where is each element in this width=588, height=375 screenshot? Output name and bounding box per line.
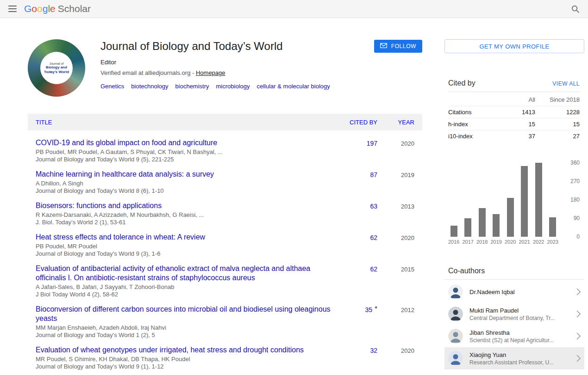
sort-by-title[interactable]: TITLE [36, 119, 344, 126]
coauthor-name: Xiaojing Yuan [469, 351, 576, 358]
menu-icon[interactable] [8, 6, 17, 12]
interest-link[interactable]: biochemistry [175, 83, 209, 90]
publication-venue: Journal of Biology and Today's World 1 (… [36, 332, 332, 339]
cited-by-count-link[interactable]: 197 [367, 140, 377, 147]
publication-row: Bioconversion of different carbon source… [28, 301, 422, 342]
cited-by-count-link[interactable]: 62 [370, 265, 377, 273]
publication-authors: A Dhillon, A Singh [36, 180, 332, 187]
publication-authors: PB Poudel, MR Poudel, A Gautam, S Phuyal… [36, 148, 332, 156]
coauthor-row[interactable]: Mukti Ram Paudel Central Department of B… [444, 303, 584, 325]
publication-title-link[interactable]: Heat stress effects and tolerance in whe… [36, 233, 205, 241]
verified-email: Verified email at alliedjournals.org - H… [100, 69, 422, 76]
publication-year: 2013 [377, 201, 422, 226]
publications-list: COVID-19 and its global impact on food a… [28, 130, 422, 374]
publication-row: Biosensors: functions and applications R… [28, 198, 422, 229]
cited-by-count-link[interactable]: 63 [370, 203, 377, 210]
profile-role: Editor [100, 59, 422, 66]
cited-by-section: Cited by VIEW ALL All Since 2018 Citatio… [444, 79, 584, 246]
google-wordmark: Google [24, 3, 56, 14]
citations-chart-plot: 20162017201820192020202120222023 [448, 162, 558, 246]
cited-by-count-link[interactable]: 32 [370, 347, 377, 354]
cited-by-count-link[interactable]: 62 [370, 234, 377, 241]
profile-info: Journal of Biology and Today’s World FOL… [100, 39, 422, 97]
publication-row: COVID-19 and its global impact on food a… [28, 135, 422, 166]
coauthor-name: Jiban Shrestha [469, 329, 576, 336]
cited-by-count-link[interactable]: 35 [365, 306, 373, 314]
follow-button[interactable]: FOLLOW [374, 40, 422, 53]
publication-title-link[interactable]: Machine learning in healthcare data anal… [36, 170, 214, 178]
publication-title-link[interactable]: Evaluation of antibacterial activity of … [36, 264, 310, 282]
interest-link[interactable]: cellular & molecular biology [257, 83, 330, 90]
chevron-right-icon[interactable] [576, 355, 581, 362]
publication-venue: Journal of Biology and Today’s World 9 (… [36, 156, 332, 163]
publication-venue: Journal of Biology and Today's World 8 (… [36, 187, 332, 195]
coauthor-row[interactable]: Xiaojing Yuan Research Assistant Profess… [444, 347, 584, 369]
interests: Geneticsbiotechnologybiochemistrymicrobi… [100, 82, 422, 90]
publication-title-link[interactable]: COVID-19 and its global impact on food a… [36, 139, 217, 147]
stats-row: i10-index3727 [448, 130, 580, 142]
follow-button-label: FOLLOW [391, 43, 416, 49]
chart-bar-2022[interactable]: 2022 [533, 163, 544, 246]
interest-link[interactable]: Genetics [100, 83, 124, 90]
get-my-own-profile-button[interactable]: GET MY OWN PROFILE [444, 39, 584, 53]
chart-bar-2018[interactable]: 2018 [476, 208, 488, 246]
chart-bar-2016[interactable]: 2016 [448, 226, 459, 246]
chart-y-tick: 180 [570, 197, 580, 203]
stats-col-since: Since 2018 [535, 93, 580, 106]
coauthor-row[interactable]: Dr.Nadeem Iqbal [444, 281, 584, 303]
search-icon[interactable] [571, 5, 580, 13]
chart-x-tick: 2019 [491, 239, 502, 246]
coauthor-avatar [448, 351, 463, 366]
chart-x-tick: 2023 [547, 239, 558, 246]
citation-stats-table: All Since 2018 Citations14131228h-index1… [448, 93, 580, 142]
stats-row: Citations14131228 [448, 106, 580, 118]
profile-header: Journal of Biology and Today’s World Jou… [28, 39, 422, 97]
publications-table-header: TITLE CITED BY YEAR [28, 114, 422, 130]
interest-link[interactable]: microbiology [216, 83, 250, 90]
chart-y-tick: 90 [574, 215, 580, 221]
publication-venue: Journal of Biology and Today's World 9 (… [36, 363, 332, 370]
chevron-right-icon[interactable] [576, 310, 581, 318]
publication-authors: MM Marjan Enshaeieh, Azadeh Abdoli, Iraj… [36, 324, 332, 332]
publication-year: 2012 [377, 305, 422, 339]
interest-link[interactable]: biotechnology [131, 83, 168, 90]
chart-bar-2021[interactable]: 2021 [519, 166, 530, 246]
profile-name: Journal of Biology and Today’s World [100, 40, 283, 53]
chart-x-tick: 2020 [505, 239, 516, 246]
sort-by-citations[interactable]: CITED BY [344, 119, 377, 126]
publication-authors: MR Poudel, S Ghimire, KH Dhakal, DB Thap… [36, 356, 332, 363]
publication-year: 2019 [377, 170, 422, 195]
chart-x-tick: 2016 [448, 239, 459, 246]
coauthor-row[interactable]: Jiban Shrestha Scientist (S2) at Nepal A… [444, 325, 584, 347]
publication-year: 2020 [377, 345, 422, 370]
chart-bar-2017[interactable]: 2017 [463, 218, 474, 246]
chevron-right-icon[interactable] [576, 288, 581, 295]
publication-authors: R Kazemi-Darsanaki, A Azizzadeh, M Nourb… [36, 211, 332, 219]
google-scholar-logo[interactable]: Google Scholar [24, 3, 91, 14]
chart-y-tick: 0 [576, 234, 580, 240]
chart-x-tick: 2017 [463, 239, 474, 246]
homepage-link[interactable]: Homepage [196, 69, 225, 76]
cited-by-count-link[interactable]: 87 [370, 171, 377, 178]
publication-title-link[interactable]: Bioconversion of different carbon source… [36, 305, 331, 322]
coauthor-affiliation: Central Department of Botany, Tr... [469, 315, 576, 321]
chart-bar-2023[interactable]: 2023 [547, 217, 558, 246]
coauthors-title: Co-authors [448, 267, 485, 275]
coauthor-affiliation: Scientist (S2) at Nepal Agricultur... [469, 337, 576, 344]
sort-by-year[interactable]: YEAR [377, 119, 422, 126]
citations-chart-yaxis: 090180270360 [561, 162, 580, 237]
coauthor-avatar [448, 284, 463, 299]
publication-title-link[interactable]: Evaluation of wheat genotypes under irri… [36, 346, 304, 354]
publication-authors: A Jafari-Sales, B Jafari, J Sayyahi, T Z… [36, 283, 332, 291]
mail-icon [380, 43, 387, 49]
view-all-link[interactable]: VIEW ALL [552, 80, 580, 87]
chevron-right-icon[interactable] [576, 332, 581, 340]
chart-bar-2020[interactable]: 2020 [505, 198, 516, 246]
merged-citation-asterisk: * [375, 304, 377, 312]
chart-bar-2019[interactable]: 2019 [491, 214, 502, 246]
top-bar: Google Scholar [0, 0, 588, 18]
page-content: Journal of Biology and Today’s World Jou… [0, 18, 588, 374]
publication-venue: J Biol Today World 4 (2), 58-62 [36, 291, 332, 298]
publication-venue: Journal of Biology and Today's World 9 (… [36, 250, 332, 258]
publication-title-link[interactable]: Biosensors: functions and applications [36, 202, 162, 209]
